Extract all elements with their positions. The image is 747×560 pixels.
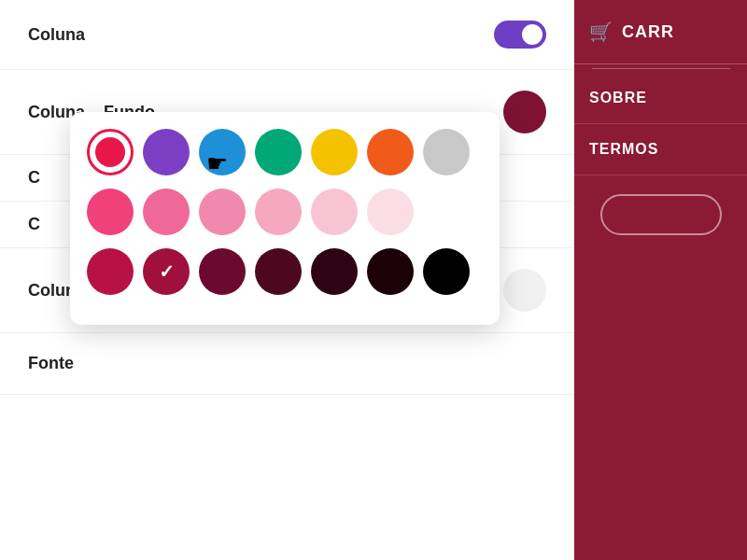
coluna-row: Coluna bbox=[0, 0, 574, 70]
color-picker-popup: ☛ ✓ bbox=[70, 112, 500, 325]
color-circle-red-ring[interactable] bbox=[87, 129, 134, 175]
fonte-row: Fonte bbox=[0, 333, 574, 395]
color-circle-darkred5[interactable] bbox=[311, 248, 358, 295]
color-circle-pink1[interactable] bbox=[87, 189, 134, 235]
color-circle-black[interactable] bbox=[423, 248, 470, 295]
nav-item-sobre[interactable]: SOBRE bbox=[574, 73, 747, 124]
left-panel: Coluna Coluna – Fundo ☛ bbox=[0, 0, 574, 560]
color-circle-darkred2-selected[interactable]: ✓ bbox=[143, 248, 190, 295]
color-circle-darkred4[interactable] bbox=[255, 248, 302, 295]
color-circle-pink4[interactable] bbox=[255, 189, 302, 235]
color-circle-yellow[interactable] bbox=[311, 129, 358, 175]
right-panel: 🛒 CARR SOBRE TERMOS bbox=[574, 0, 747, 560]
color-row-2 bbox=[87, 189, 483, 235]
right-action-button[interactable] bbox=[600, 194, 722, 235]
color-circle-blue[interactable]: ☛ bbox=[199, 129, 246, 175]
color-circle-purple[interactable] bbox=[143, 129, 190, 175]
coluna-fundo-color-btn[interactable] bbox=[503, 91, 546, 133]
coluna-toggle[interactable] bbox=[494, 21, 546, 49]
color-circle-pink5[interactable] bbox=[311, 189, 358, 235]
cursor-hand-icon: ☛ bbox=[206, 149, 228, 178]
color-circle-teal[interactable] bbox=[255, 129, 302, 175]
cart-title: CARR bbox=[622, 22, 674, 42]
color-row-1: ☛ bbox=[87, 129, 483, 175]
color-circle-pink3[interactable] bbox=[199, 189, 246, 235]
color-circle-darkred6[interactable] bbox=[367, 248, 414, 295]
cart-header: 🛒 CARR bbox=[574, 0, 747, 64]
c-label-1: C bbox=[28, 168, 40, 188]
color-circle-pink6[interactable] bbox=[367, 189, 414, 235]
color-circle-orange[interactable] bbox=[367, 129, 414, 175]
coluna-texto-color-btn[interactable] bbox=[503, 269, 546, 312]
c-label-2: C bbox=[28, 215, 40, 234]
color-circle-pink2[interactable] bbox=[143, 189, 190, 235]
cart-icon: 🛒 bbox=[589, 21, 613, 43]
color-circle-darkred1[interactable] bbox=[87, 248, 134, 295]
fonte-label: Fonte bbox=[28, 354, 74, 373]
coluna-label: Coluna bbox=[28, 25, 85, 45]
checkmark-icon: ✓ bbox=[159, 260, 175, 283]
nav-item-termos[interactable]: TERMOS bbox=[574, 124, 747, 175]
color-circle-gray[interactable] bbox=[423, 129, 470, 175]
color-circle-darkred3[interactable] bbox=[199, 248, 246, 295]
color-row-3: ✓ bbox=[87, 248, 483, 295]
